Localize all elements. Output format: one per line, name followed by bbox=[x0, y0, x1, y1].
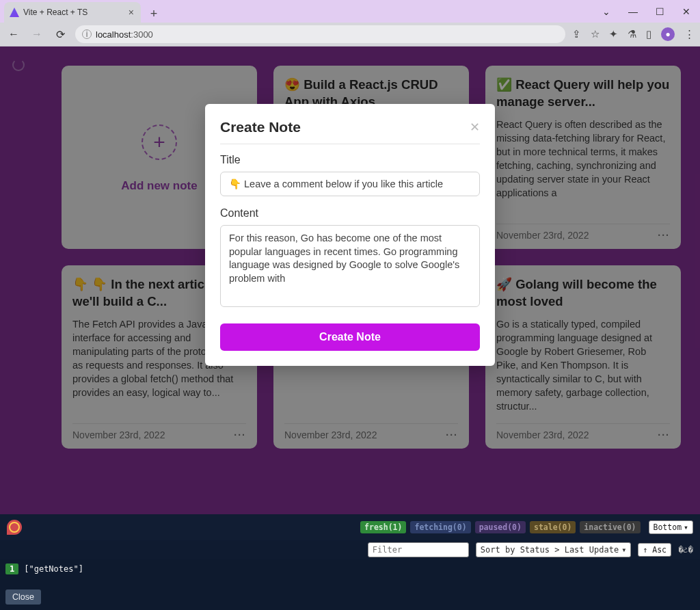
sort-direction-button[interactable]: ↑ Asc bbox=[638, 543, 671, 557]
filter-input[interactable] bbox=[368, 542, 469, 557]
network-icon[interactable]: �ટ� bbox=[678, 542, 693, 557]
bookmark-icon[interactable]: ☆ bbox=[591, 28, 600, 40]
window-maximize-icon[interactable]: ☐ bbox=[656, 6, 664, 17]
status-badge-fresh[interactable]: fresh(1) bbox=[360, 521, 406, 533]
app-viewport: + Add new note 😍 Build a React.js CRUD A… bbox=[0, 47, 700, 610]
create-note-button[interactable]: Create Note bbox=[220, 323, 480, 351]
nav-reload-icon[interactable]: ⟳ bbox=[52, 28, 68, 41]
panel-icon[interactable]: ▯ bbox=[646, 28, 651, 40]
devtools-close-button[interactable]: Close bbox=[5, 589, 41, 605]
title-label: Title bbox=[220, 154, 480, 166]
modal-close-icon[interactable]: ✕ bbox=[470, 120, 480, 135]
nav-back-icon[interactable]: ← bbox=[5, 28, 22, 40]
browser-nav-bar: ← → ⟳ i localhost:3000 ⇪ ☆ ✦ ⚗ ▯ ● ⋮ bbox=[0, 23, 700, 47]
chevron-down-icon: ▾ bbox=[621, 545, 626, 555]
browser-tab[interactable]: Vite + React + TS × bbox=[4, 2, 141, 23]
tab-title: Vite + React + TS bbox=[23, 8, 127, 17]
window-minimize-icon[interactable]: — bbox=[628, 6, 638, 17]
share-icon[interactable]: ⇪ bbox=[572, 28, 581, 40]
content-textarea[interactable] bbox=[220, 225, 480, 307]
url-domain: localhost bbox=[96, 29, 131, 40]
status-badge-inactive[interactable]: inactive(0) bbox=[580, 521, 640, 533]
new-tab-button[interactable]: + bbox=[145, 5, 163, 23]
status-badge-stale[interactable]: stale(0) bbox=[530, 521, 576, 533]
window-close-icon[interactable]: ✕ bbox=[682, 6, 690, 17]
content-label: Content bbox=[220, 207, 480, 220]
tab-favicon bbox=[10, 8, 19, 17]
labs-icon[interactable]: ⚗ bbox=[628, 28, 636, 40]
query-row[interactable]: 1 ["getNotes"] bbox=[0, 559, 700, 579]
panel-position-button[interactable]: Bottom ▾ bbox=[649, 520, 693, 534]
chevron-down-icon: ▾ bbox=[684, 522, 688, 532]
create-note-modal: Create Note ✕ Title Content Create Note bbox=[205, 104, 495, 366]
kebab-menu-icon[interactable]: ⋮ bbox=[684, 28, 695, 40]
extensions-icon[interactable]: ✦ bbox=[609, 28, 618, 40]
query-observer-count: 1 bbox=[5, 563, 18, 574]
window-controls: ⌄ — ☐ ✕ bbox=[602, 0, 700, 23]
tab-close-icon[interactable]: × bbox=[127, 7, 135, 18]
react-query-devtools: fresh(1) fetching(0) paused(0) stale(0) … bbox=[0, 514, 700, 610]
url-port: :3000 bbox=[131, 29, 153, 40]
status-badge-paused[interactable]: paused(0) bbox=[475, 521, 526, 533]
window-chevron-icon[interactable]: ⌄ bbox=[602, 6, 610, 17]
query-key: ["getNotes"] bbox=[24, 564, 83, 574]
nav-forward-icon: → bbox=[29, 28, 45, 40]
url-bar[interactable]: i localhost:3000 bbox=[75, 25, 565, 43]
modal-heading: Create Note bbox=[220, 119, 301, 135]
browser-tab-strip: Vite + React + TS × + ⌄ — ☐ ✕ bbox=[0, 0, 700, 23]
react-query-logo-icon bbox=[7, 520, 22, 535]
site-info-icon[interactable]: i bbox=[82, 29, 92, 39]
profile-avatar[interactable]: ● bbox=[661, 27, 675, 41]
status-badge-fetching[interactable]: fetching(0) bbox=[410, 521, 470, 533]
sort-select[interactable]: Sort by Status > Last Update ▾ bbox=[476, 542, 632, 557]
title-input[interactable] bbox=[220, 172, 480, 196]
